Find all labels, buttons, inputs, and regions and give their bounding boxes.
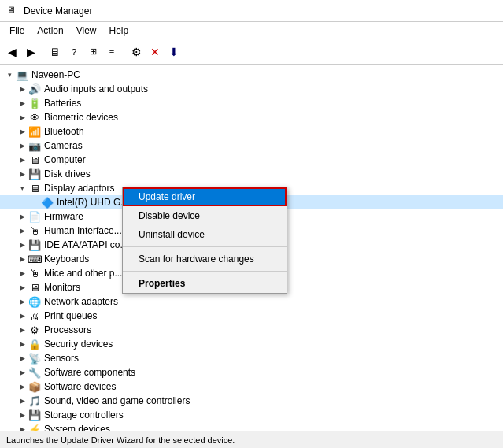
expand-sensors[interactable]: ▶ <box>16 352 28 365</box>
ctx-separator-2 <box>123 271 287 272</box>
ctx-scan-hardware[interactable]: Scan for hardware changes <box>123 250 287 268</box>
forward-button[interactable]: ▶ <box>22 43 39 61</box>
icon-pc: 💻 <box>16 68 28 81</box>
label-security: Security devices <box>44 339 113 350</box>
expand-sound[interactable]: ▶ <box>16 394 28 407</box>
menu-view[interactable]: View <box>70 24 103 38</box>
toolbar-separator-2 <box>124 44 124 60</box>
settings-button[interactable]: ⚙ <box>128 43 145 61</box>
expand-bluetooth[interactable]: ▶ <box>16 125 28 138</box>
label-bluetooth: Bluetooth <box>44 126 84 137</box>
tree-item-root[interactable]: ▾ 💻 Naveen-PC <box>0 68 503 82</box>
expand-display[interactable]: ▾ <box>16 182 28 194</box>
icon-hid: 🖱 <box>28 224 41 237</box>
icon-disk: 💾 <box>28 168 41 180</box>
expand-hid[interactable]: ▶ <box>16 224 28 237</box>
list-button[interactable]: ≡ <box>103 43 120 61</box>
tree-item-security[interactable]: ▶ 🔒 Security devices <box>0 337 503 351</box>
menu-file[interactable]: File <box>3 24 31 38</box>
label-root: Naveen-PC <box>31 69 80 80</box>
label-cameras: Cameras <box>44 140 83 151</box>
label-audio: Audio inputs and outputs <box>44 83 148 94</box>
computer-button[interactable]: 🖥 <box>46 43 64 61</box>
icon-computer: 🖥 <box>28 154 41 166</box>
label-storage: Storage controllers <box>44 409 124 420</box>
back-button[interactable]: ◀ <box>3 43 20 61</box>
label-sw-dev: Software devices <box>44 381 116 392</box>
menu-bar: File Action View Help <box>0 22 503 39</box>
tree-item-network[interactable]: ▶ 🌐 Network adapters <box>0 294 503 309</box>
tree-item-bluetooth[interactable]: ▶ 📶 Bluetooth <box>0 124 503 139</box>
icon-sw-comp: 🔧 <box>28 366 41 379</box>
expand-ide[interactable]: ▶ <box>16 239 28 251</box>
ctx-uninstall-device[interactable]: Uninstall device <box>123 225 287 244</box>
tree-item-disk[interactable]: ▶ 💾 Disk drives <box>0 167 503 181</box>
expand-mice[interactable]: ▶ <box>16 267 28 280</box>
label-sw-comp: Software components <box>44 367 135 378</box>
tree-item-biometric[interactable]: ▶ 👁 Biometric devices <box>0 110 503 124</box>
main-content: ▾ 💻 Naveen-PC ▶ 🔊 Audio inputs and outpu… <box>0 65 503 431</box>
icon-processors: ⚙ <box>28 324 41 336</box>
help-button[interactable]: ? <box>65 43 83 61</box>
icon-storage: 💾 <box>28 409 41 421</box>
expand-sw-comp[interactable]: ▶ <box>16 366 28 379</box>
expand-print[interactable]: ▶ <box>16 309 28 322</box>
icon-network: 🌐 <box>28 295 41 308</box>
label-computer: Computer <box>44 154 86 165</box>
tree-item-cameras[interactable]: ▶ 📷 Cameras <box>0 139 503 153</box>
icon-ide: 💾 <box>28 239 41 251</box>
icon-display: 🖥 <box>28 182 41 194</box>
tree-item-audio[interactable]: ▶ 🔊 Audio inputs and outputs <box>0 82 503 96</box>
label-mice: Mice and other p... <box>44 268 122 279</box>
ctx-update-driver[interactable]: Update driver <box>123 187 287 206</box>
label-display: Display adaptors <box>44 183 114 194</box>
expand-disk[interactable]: ▶ <box>16 168 28 180</box>
download-button[interactable]: ⬇ <box>165 43 183 61</box>
icon-security: 🔒 <box>28 338 41 350</box>
expand-batteries[interactable]: ▶ <box>16 97 28 109</box>
label-biometric: Biometric devices <box>44 112 118 123</box>
menu-action[interactable]: Action <box>31 24 69 38</box>
expand-monitors[interactable]: ▶ <box>16 281 28 294</box>
remove-button[interactable]: ✕ <box>146 43 164 61</box>
expand-firmware[interactable]: ▶ <box>16 210 28 223</box>
label-hid: Human Interface... <box>44 225 122 236</box>
expand-root[interactable]: ▾ <box>3 68 16 81</box>
label-disk: Disk drives <box>44 168 91 180</box>
menu-help[interactable]: Help <box>103 24 135 38</box>
tree-item-batteries[interactable]: ▶ 🔋 Batteries <box>0 96 503 110</box>
expand-storage[interactable]: ▶ <box>16 409 28 421</box>
expand-network[interactable]: ▶ <box>16 295 28 308</box>
expand-computer[interactable]: ▶ <box>16 154 28 166</box>
icon-system: ⚡ <box>28 423 41 431</box>
label-sound: Sound, video and game controllers <box>44 395 190 406</box>
title-bar: 🖥 Device Manager <box>0 0 503 22</box>
ctx-disable-device[interactable]: Disable device <box>123 206 287 225</box>
expand-sw-dev[interactable]: ▶ <box>16 380 28 393</box>
expand-processors[interactable]: ▶ <box>16 324 28 336</box>
icon-batteries: 🔋 <box>28 97 41 109</box>
icon-audio: 🔊 <box>28 83 41 95</box>
label-batteries: Batteries <box>44 98 81 109</box>
title-bar-text: Device Manager <box>24 6 92 17</box>
toolbar-separator-1 <box>43 44 43 60</box>
tree-item-sound[interactable]: ▶ 🎵 Sound, video and game controllers <box>0 394 503 408</box>
tree-item-storage[interactable]: ▶ 💾 Storage controllers <box>0 408 503 422</box>
expand-system[interactable]: ▶ <box>16 423 28 431</box>
tree-item-software-devices[interactable]: ▶ 📦 Software devices <box>0 380 503 394</box>
tree-item-processors[interactable]: ▶ ⚙ Processors <box>0 323 503 337</box>
tree-item-software-components[interactable]: ▶ 🔧 Software components <box>0 365 503 380</box>
label-ide: IDE ATA/ATAPI co... <box>44 239 128 250</box>
icon-intel: 🔷 <box>41 196 54 209</box>
ctx-properties[interactable]: Properties <box>123 274 287 293</box>
expand-audio[interactable]: ▶ <box>16 83 28 95</box>
tree-item-print[interactable]: ▶ 🖨 Print queues <box>0 309 503 323</box>
tree-item-sensors[interactable]: ▶ 📡 Sensors <box>0 351 503 365</box>
expand-security[interactable]: ▶ <box>16 338 28 350</box>
grid-button[interactable]: ⊞ <box>84 43 102 61</box>
tree-item-system[interactable]: ▶ ⚡ System devices <box>0 422 503 431</box>
expand-biometric[interactable]: ▶ <box>16 111 28 124</box>
expand-cameras[interactable]: ▶ <box>16 139 28 152</box>
icon-sensors: 📡 <box>28 352 41 365</box>
tree-item-computer[interactable]: ▶ 🖥 Computer <box>0 153 503 167</box>
